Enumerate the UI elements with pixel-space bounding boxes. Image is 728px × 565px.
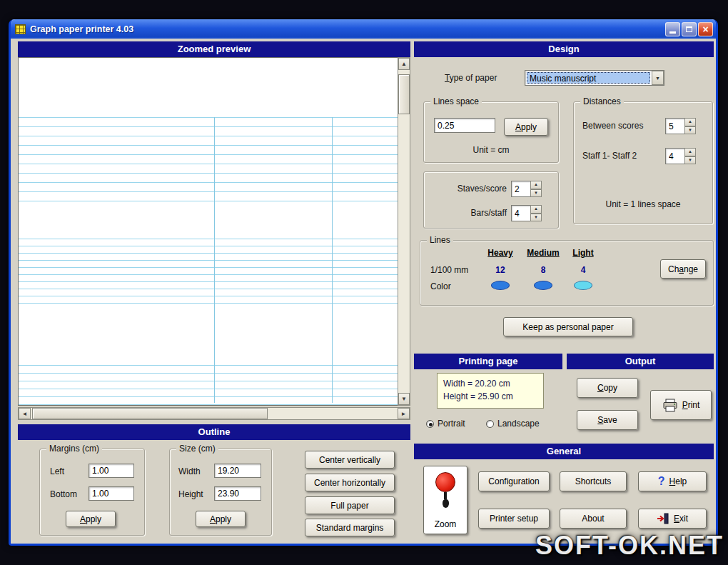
- staff-lines-group: [19, 239, 398, 310]
- margins-groupbox-title: Margins (cm): [46, 444, 102, 454]
- full-paper-button[interactable]: Full paper: [305, 496, 395, 514]
- combo-selected-value: Music manuscript: [527, 72, 650, 84]
- staves-per-score-input[interactable]: [511, 181, 530, 197]
- app-icon: [15, 24, 26, 34]
- preview-horizontal-scrollbar[interactable]: ◄ ►: [18, 407, 410, 420]
- help-button[interactable]: ? Help: [638, 471, 707, 491]
- between-scores-stepper[interactable]: ▲ ▼: [665, 118, 696, 134]
- spin-up-icon[interactable]: ▲: [530, 205, 542, 214]
- vertical-scroll-track[interactable]: [398, 70, 410, 393]
- light-color-swatch: [574, 281, 592, 290]
- staff1-staff2-input[interactable]: [665, 148, 684, 164]
- scroll-up-icon[interactable]: ▲: [398, 58, 410, 70]
- magnifier-icon: [435, 472, 455, 508]
- staff1-staff2-stepper[interactable]: ▲ ▼: [665, 148, 696, 164]
- keep-as-personal-paper-button[interactable]: Keep as personal paper: [503, 317, 633, 336]
- general-header: General: [414, 444, 714, 459]
- radio-selected-icon: [426, 420, 434, 428]
- size-groupbox-title: Size (cm): [176, 444, 218, 454]
- outline-header: Outline: [18, 424, 410, 440]
- standard-margins-button[interactable]: Standard margins: [305, 519, 395, 536]
- shortcuts-button[interactable]: Shortcuts: [560, 471, 627, 491]
- chevron-down-icon: ▼: [655, 76, 660, 81]
- zoomed-preview-canvas[interactable]: [18, 57, 398, 406]
- lines-space-input[interactable]: [434, 118, 495, 133]
- width-input[interactable]: [214, 464, 261, 478]
- center-horizontally-button[interactable]: Center horizontally: [305, 474, 395, 491]
- medium-color-swatch: [534, 281, 552, 290]
- horizontal-scroll-thumb[interactable]: [32, 408, 268, 419]
- lines-space-unit-label: Unit = cm: [424, 145, 558, 155]
- preview-vertical-scrollbar[interactable]: ▲ ▼: [398, 57, 410, 406]
- save-button[interactable]: Save: [577, 410, 638, 430]
- lines-groupbox: Lines Heavy Medium Light 1/100 mm 12 8 4…: [420, 240, 714, 306]
- combo-dropdown-button[interactable]: ▼: [652, 71, 664, 85]
- configuration-button[interactable]: Configuration: [478, 471, 550, 491]
- left-margin-input[interactable]: [89, 464, 134, 478]
- scroll-right-icon[interactable]: ►: [398, 408, 410, 419]
- thickness-row-label: 1/100 mm: [430, 265, 468, 275]
- spin-up-icon[interactable]: ▲: [684, 118, 696, 126]
- between-scores-input[interactable]: [665, 118, 684, 134]
- height-input[interactable]: [214, 486, 261, 501]
- spin-down-icon[interactable]: ▼: [684, 126, 696, 135]
- spin-down-icon[interactable]: ▼: [684, 156, 696, 165]
- copy-button[interactable]: Copy: [577, 378, 638, 398]
- page-width-text: Width = 20.20 cm: [443, 377, 537, 390]
- print-button[interactable]: Print: [650, 390, 712, 420]
- center-vertically-button[interactable]: Center vertically: [305, 451, 395, 469]
- left-margin-label: Left: [50, 466, 64, 476]
- lines-title: Lines: [427, 235, 453, 245]
- maximize-button[interactable]: [682, 22, 697, 36]
- output-header: Output: [567, 354, 714, 369]
- medium-column-header: Medium: [524, 248, 562, 258]
- close-button[interactable]: ×: [698, 22, 713, 36]
- height-label: Height: [178, 489, 203, 499]
- spin-down-icon[interactable]: ▼: [530, 214, 542, 222]
- close-icon: ×: [702, 24, 708, 34]
- title-bar[interactable]: Graph paper printer 4.03 ×: [11, 19, 716, 39]
- bottom-margin-input[interactable]: [89, 486, 134, 501]
- size-apply-button[interactable]: Apply: [196, 511, 246, 527]
- type-of-paper-select[interactable]: Music manuscript ▼: [525, 70, 664, 86]
- staff-barline: [214, 117, 215, 403]
- bars-per-staff-input[interactable]: [511, 205, 530, 221]
- size-groupbox: Size (cm) Width Height Apply: [169, 449, 272, 536]
- exit-button[interactable]: Exit: [638, 509, 707, 529]
- minimize-button[interactable]: [665, 22, 680, 36]
- spin-down-icon[interactable]: ▼: [530, 189, 542, 198]
- portrait-radio-label: Portrait: [438, 419, 465, 429]
- scroll-left-icon[interactable]: ◄: [19, 408, 31, 419]
- thickness-medium-value: 8: [524, 265, 562, 275]
- staves-per-score-label: Staves/score: [424, 184, 507, 194]
- about-button[interactable]: About: [560, 509, 627, 529]
- landscape-radio[interactable]: Landscape: [486, 419, 540, 429]
- margins-apply-button[interactable]: Apply: [66, 511, 116, 527]
- staves-groupbox: Staves/score ▲ ▼ Bars/staff ▲ ▼: [423, 171, 559, 229]
- spin-up-icon[interactable]: ▲: [530, 181, 542, 189]
- staves-per-score-stepper[interactable]: ▲ ▼: [511, 181, 542, 197]
- bars-per-staff-stepper[interactable]: ▲ ▼: [511, 205, 542, 221]
- change-button[interactable]: Change: [660, 259, 706, 279]
- vertical-scroll-thumb[interactable]: [398, 74, 410, 114]
- horizontal-scroll-track[interactable]: [31, 408, 398, 419]
- printing-page-header: Printing page: [414, 354, 562, 369]
- minimize-icon: [669, 31, 676, 34]
- scroll-down-icon[interactable]: ▼: [398, 393, 410, 405]
- distances-unit-label: Unit = 1 lines space: [574, 199, 712, 209]
- watermark: SOFT-OK.NET: [535, 531, 724, 561]
- light-column-header: Light: [564, 248, 602, 258]
- page-dimensions-infobox: Width = 20.20 cm Height = 25.90 cm: [437, 373, 544, 409]
- thickness-light-value: 4: [564, 265, 602, 275]
- spin-up-icon[interactable]: ▲: [684, 148, 696, 156]
- client-area: Zoomed preview ▲ ▼ ◄ ► Outline Margins (: [11, 39, 716, 544]
- distances-title: Distances: [580, 96, 624, 106]
- exit-icon: [657, 513, 669, 524]
- portrait-radio[interactable]: Portrait: [426, 419, 465, 429]
- staff1-staff2-label: Staff 1- Staff 2: [582, 151, 637, 161]
- design-header: Design: [414, 41, 714, 57]
- zoom-button[interactable]: Zoom: [423, 466, 467, 534]
- lines-space-apply-button[interactable]: Apply: [504, 118, 548, 136]
- margins-groupbox: Margins (cm) Left Bottom Apply: [39, 449, 145, 536]
- printer-setup-button[interactable]: Printer setup: [478, 509, 550, 529]
